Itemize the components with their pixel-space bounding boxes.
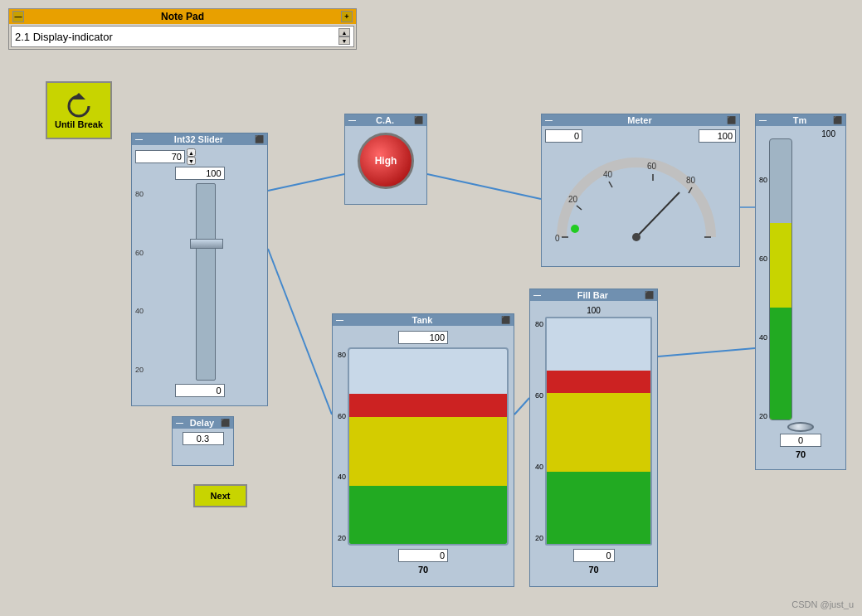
notepad-expand-btn[interactable]: +	[341, 11, 353, 22]
meter-range-row	[545, 129, 736, 143]
fillbar-min-input[interactable]	[573, 549, 615, 562]
notepad-content: 2.1 Display-indicator ▲ ▼	[11, 26, 354, 47]
tm-min-input[interactable]	[780, 434, 821, 447]
delay-value-input[interactable]	[183, 432, 224, 445]
notepad-spin-up[interactable]: ▲	[338, 28, 350, 36]
slider-max-input[interactable]	[175, 167, 225, 180]
svg-line-9	[577, 206, 582, 210]
tank-ticks: 80 60 40 20	[338, 347, 348, 546]
fillbar-visual	[545, 317, 652, 546]
tank-value-label: 70	[418, 565, 428, 575]
next-button[interactable]: Next	[193, 484, 247, 507]
slider-thumb[interactable]	[190, 239, 223, 249]
notepad-titlebar: — Note Pad +	[9, 9, 356, 24]
tank-tick-40: 40	[338, 473, 346, 481]
ca-expand-btn[interactable]: ⬛	[414, 116, 423, 124]
tank-tick-60: 60	[338, 412, 346, 420]
tm-expand-btn[interactable]: ⬛	[833, 116, 842, 124]
fillbar-tick-20: 20	[535, 534, 543, 542]
meter-max-field[interactable]	[699, 129, 736, 143]
meter-min-field[interactable]	[545, 129, 582, 143]
tank-min-input[interactable]	[398, 549, 448, 562]
fillbar-body: 100 80 60 40 20 70	[530, 301, 657, 580]
ca-title: C.A.	[376, 115, 394, 125]
delay-expand-btn[interactable]: ⬛	[221, 419, 230, 427]
notepad-spinner: ▲ ▼	[338, 28, 350, 45]
slider-rail[interactable]	[147, 183, 264, 381]
ca-minimize-btn[interactable]: —	[348, 116, 356, 124]
tank-chart-area: 80 60 40 20	[338, 347, 509, 546]
svg-line-11	[609, 182, 612, 187]
until-break-button[interactable]: Until Break	[46, 81, 112, 139]
meter-body: 0 20 40 60 80	[542, 126, 739, 259]
fillbar-tick-40: 40	[535, 463, 543, 471]
slider-body: ▲ ▼ 80 60 40 20	[132, 145, 267, 400]
meter-gauge-svg: 0 20 40 60 80	[545, 146, 728, 254]
notepad-spin-down[interactable]: ▼	[338, 36, 350, 45]
tick-20: 20	[135, 366, 144, 374]
tank-body: 80 60 40 20 70	[333, 326, 514, 580]
svg-text:40: 40	[603, 170, 613, 179]
meter-expand-btn[interactable]: ⬛	[727, 116, 736, 124]
tm-tick-labels: 80 60 40 20	[759, 172, 767, 420]
fillbar-titlebar: — Fill Bar ⬛	[530, 289, 657, 301]
slider-track	[196, 183, 216, 381]
svg-line-0	[268, 174, 344, 191]
tank-red-zone	[349, 394, 507, 417]
tm-bar-container	[769, 138, 792, 420]
tank-title: Tank	[412, 315, 433, 325]
tank-visual	[348, 347, 509, 546]
slider-expand-btn[interactable]: ⬛	[255, 135, 264, 143]
notepad-minimize-btn[interactable]: —	[12, 11, 24, 22]
ca-button[interactable]: High	[358, 133, 414, 189]
tm-titlebar: — Tm ⬛	[756, 114, 845, 126]
tm-tick-80: 80	[759, 176, 767, 184]
tank-minimize-btn[interactable]: —	[336, 316, 343, 324]
svg-line-3	[514, 398, 529, 415]
until-break-label: Until Break	[55, 119, 103, 129]
slider-down-btn[interactable]: ▼	[187, 157, 196, 165]
fillbar-expand-btn[interactable]: ⬛	[645, 291, 654, 299]
fillbar-chart-area: 80 60 40 20	[535, 317, 652, 546]
svg-point-19	[632, 233, 640, 241]
slider-top-row: ▲ ▼	[135, 148, 264, 165]
tm-title: Tm	[793, 115, 807, 125]
notepad-window: — Note Pad + 2.1 Display-indicator ▲ ▼	[8, 8, 357, 50]
fillbar-tick-80: 80	[535, 320, 543, 328]
ca-label: High	[375, 155, 397, 167]
slider-up-btn[interactable]: ▲	[187, 148, 196, 157]
svg-line-18	[636, 192, 679, 237]
tank-tick-20: 20	[338, 534, 346, 542]
reset-icon	[64, 91, 94, 118]
tm-knob[interactable]	[787, 422, 814, 432]
fillbar-minimize-btn[interactable]: —	[533, 291, 541, 299]
tank-panel: — Tank ⬛ 80 60 40 20	[332, 313, 514, 587]
tm-chart-area: 80 60 40 20	[759, 138, 842, 420]
fillbar-red-zone	[547, 371, 650, 393]
delay-titlebar: — Delay ⬛	[173, 417, 233, 429]
svg-text:20: 20	[568, 195, 578, 204]
meter-titlebar: — Meter ⬛	[542, 114, 739, 126]
fillbar-green-zone	[547, 472, 650, 544]
tm-tick-60: 60	[759, 255, 767, 263]
svg-line-1	[427, 174, 541, 199]
tick-60: 60	[135, 249, 144, 257]
tm-panel: — Tm ⬛ 100 80 60 40 20 7	[755, 114, 846, 470]
tank-expand-btn[interactable]: ⬛	[501, 316, 510, 324]
tank-titlebar: — Tank ⬛	[333, 314, 514, 326]
delay-minimize-btn[interactable]: —	[176, 419, 183, 427]
meter-minimize-btn[interactable]: —	[545, 116, 553, 124]
tank-wave	[349, 473, 507, 489]
tm-max-label: 100	[821, 129, 835, 138]
watermark: CSDN @just_u	[791, 599, 854, 609]
slider-value-input[interactable]	[135, 150, 185, 163]
tm-tick-40: 40	[759, 333, 767, 342]
slider-inc-dec: ▲ ▼	[187, 148, 196, 165]
tm-minimize-btn[interactable]: —	[759, 116, 767, 124]
tick-80: 80	[135, 190, 144, 198]
delay-panel: — Delay ⬛	[172, 416, 234, 466]
tm-value-label: 70	[796, 449, 806, 459]
slider-min-input[interactable]	[175, 384, 225, 397]
slider-minimize-btn[interactable]: —	[135, 135, 143, 143]
tank-max-input[interactable]	[398, 331, 448, 344]
